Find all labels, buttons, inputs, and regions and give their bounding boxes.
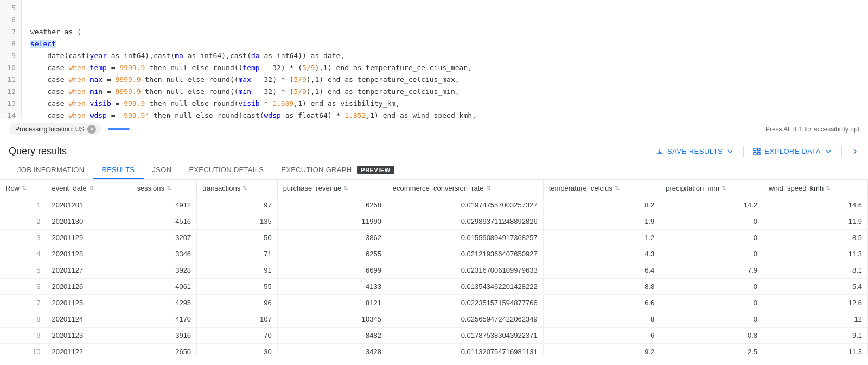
table-cell: 8.5: [763, 230, 868, 246]
table-cell: 3862: [277, 230, 387, 246]
table-row: 42020112833467162550.0212193664076509274…: [0, 246, 868, 262]
query-results-header: Query results SAVE RESULTS EXPLORE DATA: [0, 139, 868, 161]
table-cell: 10: [0, 344, 46, 356]
table-cell: 96: [197, 295, 278, 311]
table-cell: 4516: [131, 213, 197, 230]
table-cell: 6: [0, 279, 46, 295]
code-editor[interactable]: 5 6 7 8 9 10 11 12 13 14 15 weather as (…: [0, 0, 868, 119]
tab-results[interactable]: RESULTS: [93, 161, 143, 179]
table-cell: 4: [0, 246, 46, 262]
table-cell: 20201122: [46, 344, 131, 356]
table-cell: 8482: [277, 328, 387, 344]
table-cell: 12.6: [763, 295, 868, 311]
explore-data-label: EXPLORE DATA: [764, 147, 821, 155]
processing-label: Processing location: US: [15, 125, 84, 133]
table-cell: 6699: [277, 262, 387, 279]
svg-rect-2: [754, 152, 756, 155]
svg-rect-0: [754, 148, 756, 151]
header-actions: SAVE RESULTS EXPLORE DATA: [655, 146, 859, 157]
col-header-row: Row ⇅: [0, 180, 46, 197]
save-results-button[interactable]: SAVE RESULTS: [655, 147, 735, 156]
table-cell: 2650: [131, 344, 197, 356]
more-options-button[interactable]: [851, 147, 859, 156]
tab-json[interactable]: JSON: [144, 161, 181, 179]
accessibility-hint: Press Alt+F1 for accessibility opt: [765, 125, 859, 133]
table-cell: 9.1: [763, 328, 868, 344]
table-cell: 5.4: [763, 279, 868, 295]
table-cell: 20201128: [46, 246, 131, 262]
explore-data-chevron-icon: [824, 147, 833, 156]
table-cell: 20201127: [46, 262, 131, 279]
table-cell: 20201201: [46, 197, 131, 213]
table-cell: 1.9: [543, 213, 660, 230]
tab-execution-graph[interactable]: EXECUTION GRAPH PREVIEW: [272, 161, 403, 179]
col-header-transactions: transactions ⇅: [197, 180, 278, 197]
table-cell: 0: [660, 213, 763, 230]
table-cell: 11.3: [763, 344, 868, 356]
table-cell: 20201123: [46, 328, 131, 344]
table-cell: 55: [197, 279, 278, 295]
tab-execution-details[interactable]: EXECUTION DETAILS: [180, 161, 272, 179]
table-cell: 11.9: [763, 213, 868, 230]
table-cell: 4061: [131, 279, 197, 295]
table-cell: 0.8: [660, 328, 763, 344]
table-cell: 1: [0, 197, 46, 213]
table-cell: 3: [0, 230, 46, 246]
tab-job-information[interactable]: JOB INFORMATION: [9, 161, 93, 179]
table-cell: 8121: [277, 295, 387, 311]
table-cell: 8.8: [543, 279, 660, 295]
download-icon: [655, 147, 664, 156]
table-cell: 0: [660, 279, 763, 295]
processing-close-button[interactable]: ✕: [87, 125, 96, 134]
table-cell: 4.3: [543, 246, 660, 262]
table-cell: 0: [660, 230, 763, 246]
table-header-row: Row ⇅ event_date ⇅ sessions ⇅ transactio…: [0, 180, 868, 197]
table-cell: 0.023167006109979633: [387, 262, 543, 279]
explore-data-button[interactable]: EXPLORE DATA: [752, 147, 833, 156]
table-cell: 6.6: [543, 295, 660, 311]
table-cell: 3916: [131, 328, 197, 344]
query-results-title: Query results: [9, 146, 67, 157]
col-header-temperature-celcius: temperature_celcius ⇅: [543, 180, 660, 197]
table-cell: 20201124: [46, 311, 131, 328]
table-cell: 0: [660, 311, 763, 328]
results-table-container[interactable]: Row ⇅ event_date ⇅ sessions ⇅ transactio…: [0, 180, 868, 356]
col-header-precipitation-mm: precipitation_mm ⇅: [660, 180, 763, 197]
table-row: 102020112226503034280.011320754716981131…: [0, 344, 868, 356]
table-cell: 6258: [277, 197, 387, 213]
save-results-label: SAVE RESULTS: [667, 147, 723, 155]
save-results-chevron-icon: [726, 147, 735, 156]
table-cell: 0.022351571594877766: [387, 295, 543, 311]
table-cell: 6: [543, 328, 660, 344]
table-cell: 8.1: [763, 262, 868, 279]
table-cell: 14.6: [763, 197, 868, 213]
table-cell: 0.011320754716981131: [387, 344, 543, 356]
svg-rect-1: [758, 148, 761, 151]
table-cell: 20201129: [46, 230, 131, 246]
table-cell: 9.2: [543, 344, 660, 356]
table-row: 32020112932075038620.0155908949173682571…: [0, 230, 868, 246]
chevron-right-icon: [851, 147, 859, 156]
table-cell: 2: [0, 213, 46, 230]
table-cell: 4295: [131, 295, 197, 311]
header-divider-2: [841, 146, 842, 157]
table-cell: 7: [0, 295, 46, 311]
table-cell: 6255: [277, 246, 387, 262]
table-cell: 30: [197, 344, 278, 356]
line-numbers: 5 6 7 8 9 10 11 12 13 14 15: [0, 0, 22, 119]
table-row: 62020112640615541330.0135434622014282228…: [0, 279, 868, 295]
code-content[interactable]: weather as ( select date(cast(year as in…: [22, 0, 868, 119]
table-cell: 12: [763, 311, 868, 328]
table-row: 8202011244170107103450.02565947242206234…: [0, 311, 868, 328]
table-cell: 0.019747557003257327: [387, 197, 543, 213]
table-cell: 20201125: [46, 295, 131, 311]
table-cell: 4912: [131, 197, 197, 213]
table-cell: 71: [197, 246, 278, 262]
table-cell: 135: [197, 213, 278, 230]
table-row: 2202011304516135119900.02989371124889282…: [0, 213, 868, 230]
explore-icon: [752, 147, 761, 156]
table-body: 12020120149129762580.0197475570032573278…: [0, 197, 868, 356]
table-cell: 11990: [277, 213, 387, 230]
col-header-ecommerce-conversion-rate: ecommerce_conversion_rate ⇅: [387, 180, 543, 197]
table-cell: 14.2: [660, 197, 763, 213]
